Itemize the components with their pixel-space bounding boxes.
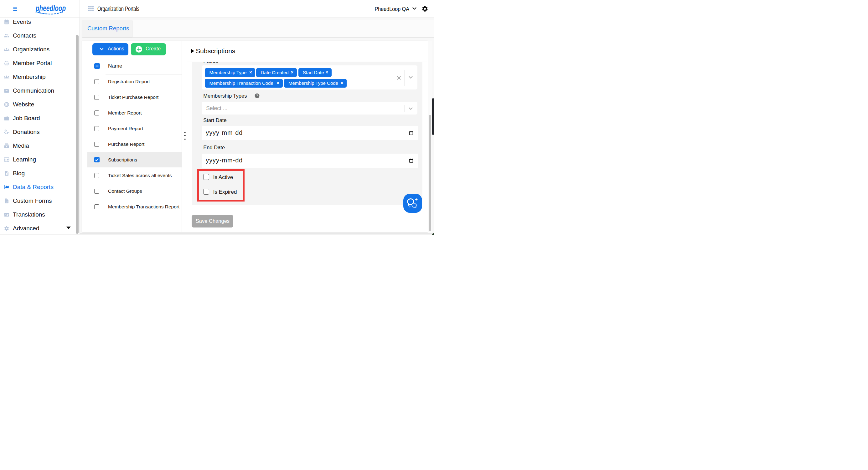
svg-text:$: $	[5, 130, 6, 132]
svg-text:?: ?	[256, 94, 258, 97]
